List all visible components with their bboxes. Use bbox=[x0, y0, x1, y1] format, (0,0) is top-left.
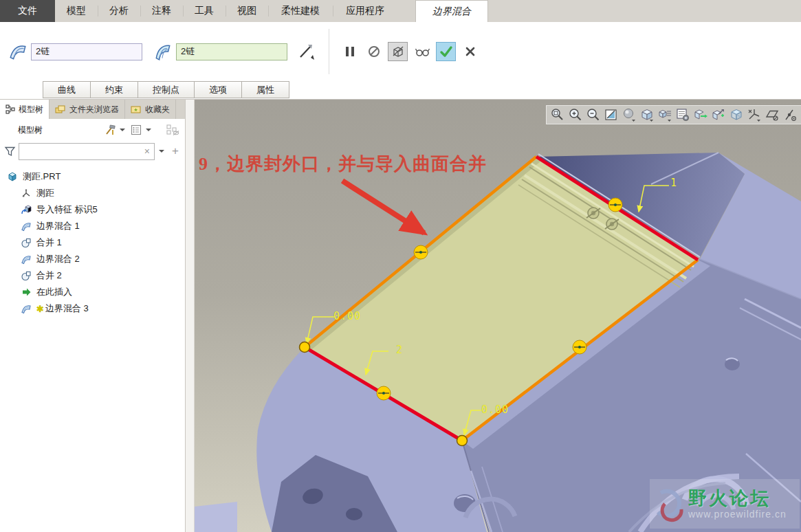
filter-funnel-icon[interactable] bbox=[4, 146, 16, 157]
ok-button[interactable] bbox=[436, 42, 456, 61]
tree-label: 边界混合 1 bbox=[36, 220, 80, 232]
close-x-icon bbox=[465, 46, 476, 57]
saved-orientations-icon[interactable] bbox=[657, 107, 672, 122]
no-preview-icon bbox=[367, 45, 381, 58]
tree-row-boundary-blend-3[interactable]: ✱ 边界混合 3 bbox=[0, 300, 185, 317]
clear-search-icon[interactable]: × bbox=[143, 146, 151, 157]
glasses-icon bbox=[414, 44, 430, 59]
model-tree-title: 模型树 bbox=[18, 124, 43, 136]
preview-box-icon bbox=[391, 44, 406, 59]
pause-icon bbox=[344, 45, 356, 58]
shading-style-icon[interactable] bbox=[622, 107, 637, 122]
watermark-logo-icon bbox=[651, 479, 691, 527]
insert-here-icon bbox=[21, 287, 32, 298]
verify-glasses-button[interactable] bbox=[412, 42, 432, 61]
tree-row-insert-here[interactable]: 在此插入 bbox=[0, 284, 185, 300]
file-menu-button[interactable]: 文件 bbox=[0, 0, 55, 22]
surface-collector-icon bbox=[153, 42, 173, 61]
dim-label-0[interactable]: 0.00 bbox=[333, 310, 361, 322]
annotation-arrow bbox=[342, 181, 424, 233]
preview-box-button[interactable] bbox=[388, 42, 408, 61]
menu-item-analysis[interactable]: 分析 bbox=[98, 0, 140, 22]
control-point-handle bbox=[414, 245, 428, 259]
tree-row-boundary-blend-2[interactable]: 边界混合 2 bbox=[0, 251, 185, 267]
tab-options[interactable]: 选项 bbox=[194, 81, 242, 98]
menu-item-annotate[interactable]: 注释 bbox=[140, 0, 183, 22]
csys-icon bbox=[21, 188, 32, 199]
search-options-dropdown[interactable] bbox=[159, 150, 164, 153]
tab-model-tree[interactable]: 模型树 bbox=[0, 100, 50, 119]
curve-chain-icon bbox=[8, 42, 28, 61]
tree-search-input[interactable] bbox=[22, 146, 143, 156]
menu-bar: 文件 模型 分析 注释 工具 视图 柔性建模 应用程序 边界混合 bbox=[0, 0, 801, 22]
view-manager-icon[interactable] bbox=[675, 107, 690, 122]
tree-row-merge-2[interactable]: 合并 2 bbox=[0, 267, 185, 284]
ribbon-tab-strip: 曲线 约束 控制点 选项 属性 bbox=[0, 81, 801, 100]
zoom-out-icon[interactable] bbox=[586, 107, 601, 122]
zoom-window-icon[interactable] bbox=[550, 107, 565, 122]
tree-label: 测距 bbox=[36, 187, 54, 199]
menu-item-applications[interactable]: 应用程序 bbox=[333, 0, 397, 22]
second-chain-collector-active[interactable] bbox=[176, 43, 287, 60]
cancel-button[interactable] bbox=[460, 42, 480, 61]
tab-constraints[interactable]: 约束 bbox=[90, 81, 138, 98]
tab-folder-browser[interactable]: 文件夹浏览器 bbox=[50, 100, 125, 119]
forum-watermark: 野火论坛 www.proewildfire.cn bbox=[650, 479, 800, 529]
menu-item-flexible-modeling[interactable]: 柔性建模 bbox=[268, 0, 333, 22]
no-preview-button[interactable] bbox=[364, 42, 384, 61]
favorites-icon bbox=[131, 104, 142, 114]
menu-item-model[interactable]: 模型 bbox=[55, 0, 98, 22]
tree-search-box: × bbox=[19, 143, 155, 160]
first-chain-collector[interactable] bbox=[31, 43, 142, 60]
menu-item-view[interactable]: 视图 bbox=[226, 0, 268, 22]
tab-curves[interactable]: 曲线 bbox=[43, 81, 91, 98]
active-feature-tab-boundary-blend[interactable]: 边界混合 bbox=[415, 0, 488, 22]
spin-center-icon[interactable] bbox=[782, 107, 798, 122]
tab-favorites[interactable]: 收藏夹 bbox=[125, 100, 176, 119]
model-tree-header: 模型树 bbox=[0, 119, 185, 141]
tree-row-csys[interactable]: 测距 bbox=[0, 185, 185, 201]
add-filter-button[interactable]: + bbox=[170, 144, 181, 158]
tab-properties[interactable]: 属性 bbox=[241, 81, 289, 98]
tree-tools-dropdown[interactable] bbox=[120, 129, 125, 131]
regenerate-badge: ✱ bbox=[36, 304, 44, 314]
pause-button[interactable] bbox=[340, 42, 360, 61]
annotation-display-icon[interactable] bbox=[765, 107, 780, 122]
section-view-icon[interactable] bbox=[693, 107, 708, 122]
tree-settings-dropdown[interactable] bbox=[146, 129, 151, 131]
appearance-icon[interactable] bbox=[711, 107, 726, 122]
menu-item-tools[interactable]: 工具 bbox=[183, 0, 226, 22]
dim-label-3[interactable]: 1 bbox=[670, 177, 677, 189]
tree-tools-icon[interactable] bbox=[104, 124, 116, 136]
swap-chains-icon[interactable] bbox=[296, 41, 316, 62]
checkmark-icon bbox=[439, 44, 454, 59]
tab-control-points[interactable]: 控制点 bbox=[138, 81, 195, 98]
tree-label: 在此插入 bbox=[36, 286, 72, 298]
vertex-point bbox=[457, 436, 468, 446]
refit-icon[interactable] bbox=[604, 107, 619, 122]
display-style-icon[interactable] bbox=[639, 107, 655, 122]
graphics-area[interactable]: 9，边界封外口，并与导入曲面合并 0.00 2 0.00 1 野火论坛 www.… bbox=[195, 100, 801, 532]
dim-label-2[interactable]: 0.00 bbox=[481, 403, 509, 416]
model-tree-icon bbox=[6, 104, 15, 114]
main-area: 模型树 文件夹浏览器 收藏夹 模 bbox=[0, 100, 801, 532]
transparent-box-icon[interactable] bbox=[729, 107, 744, 122]
tree-row-part[interactable]: 测距.PRT bbox=[0, 168, 185, 185]
merge-icon bbox=[21, 237, 32, 248]
panel-splitter[interactable] bbox=[186, 100, 195, 532]
vertex-point bbox=[300, 342, 310, 353]
tree-row-boundary-blend-1[interactable]: 边界混合 1 bbox=[0, 218, 185, 234]
dim-label-1[interactable]: 2 bbox=[396, 344, 403, 356]
graphics-toolbar bbox=[546, 105, 801, 124]
datum-display-icon[interactable] bbox=[747, 107, 762, 122]
tree-row-import-feature[interactable]: 导入特征 标识5 bbox=[0, 201, 185, 218]
tree-label: 导入特征 标识5 bbox=[36, 203, 98, 216]
navigator-tabs: 模型树 文件夹浏览器 收藏夹 bbox=[0, 100, 185, 119]
tree-row-merge-1[interactable]: 合并 1 bbox=[0, 234, 185, 251]
application-window: 文件 模型 分析 注释 工具 视图 柔性建模 应用程序 边界混合 bbox=[0, 0, 801, 532]
boundary-blend-icon bbox=[21, 254, 32, 265]
zoom-in-icon[interactable] bbox=[568, 107, 583, 122]
control-point-handle bbox=[377, 386, 391, 400]
control-point-handle bbox=[573, 340, 586, 354]
tree-settings-icon[interactable] bbox=[130, 124, 142, 136]
